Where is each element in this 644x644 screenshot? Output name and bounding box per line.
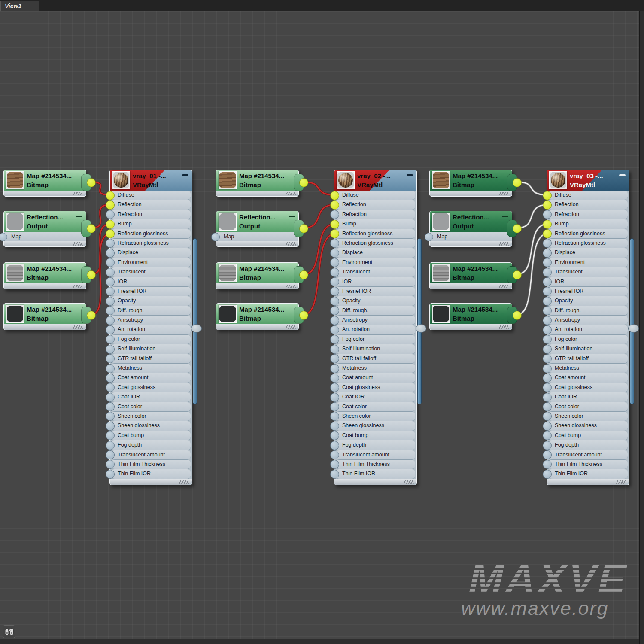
slot-row[interactable]: Environment bbox=[111, 258, 191, 267]
slot-row[interactable]: An. rotation bbox=[336, 325, 415, 334]
input-socket[interactable] bbox=[330, 258, 339, 267]
input-socket[interactable] bbox=[543, 470, 552, 479]
resize-grip[interactable] bbox=[73, 325, 83, 329]
input-socket[interactable] bbox=[106, 402, 115, 411]
input-socket[interactable] bbox=[106, 277, 115, 286]
input-socket[interactable] bbox=[330, 431, 339, 440]
find-button[interactable] bbox=[3, 625, 15, 638]
input-socket[interactable] bbox=[330, 210, 339, 219]
resize-grip[interactable] bbox=[286, 285, 296, 288]
slot-row[interactable]: Coat glossiness bbox=[111, 383, 191, 392]
input-socket[interactable] bbox=[543, 335, 552, 344]
slot-row[interactable]: Sheen glossiness bbox=[336, 421, 415, 431]
slot-row[interactable]: GTR tail falloff bbox=[336, 354, 415, 364]
slot-row[interactable]: Diff. rough. bbox=[336, 306, 415, 316]
slot-row[interactable]: Coat glossiness bbox=[548, 383, 628, 392]
input-socket[interactable] bbox=[543, 210, 552, 219]
input-socket[interactable] bbox=[330, 335, 339, 344]
input-socket[interactable] bbox=[106, 297, 115, 306]
tab-view1[interactable]: View1 bbox=[0, 1, 39, 11]
slot-row[interactable]: Refraction bbox=[111, 210, 191, 219]
slot-row[interactable]: Thin Film IOR bbox=[548, 469, 628, 479]
input-socket[interactable] bbox=[106, 325, 115, 334]
map-node[interactable]: Map #214534...Bitmap bbox=[429, 170, 512, 197]
input-socket[interactable] bbox=[543, 316, 552, 325]
input-socket[interactable] bbox=[543, 393, 552, 402]
slot-row[interactable]: Translucent bbox=[336, 267, 415, 277]
slot-row[interactable]: Refraction glossiness bbox=[336, 239, 415, 248]
output-socket[interactable] bbox=[513, 224, 522, 233]
input-socket[interactable] bbox=[106, 268, 115, 277]
input-socket[interactable] bbox=[543, 229, 552, 238]
map-node[interactable]: Reflection...OutputMap bbox=[3, 211, 86, 247]
input-socket[interactable] bbox=[330, 277, 339, 286]
slot-row[interactable]: Metalness bbox=[548, 364, 628, 373]
slot-row[interactable]: Displace bbox=[548, 248, 628, 258]
slot-row[interactable]: Self-illumination bbox=[548, 344, 628, 354]
slot-row[interactable]: Coat color bbox=[548, 402, 628, 412]
slot-row[interactable]: Opacity bbox=[548, 296, 628, 306]
slot-row[interactable]: Coat amount bbox=[111, 373, 191, 383]
resize-grip[interactable] bbox=[499, 242, 509, 246]
slot-row[interactable]: Thin Film IOR bbox=[336, 469, 415, 479]
material-output-socket[interactable] bbox=[628, 324, 639, 333]
slot-row[interactable]: Fog depth bbox=[111, 440, 191, 450]
resize-grip[interactable] bbox=[286, 242, 296, 246]
map-node[interactable]: Map #214534...Bitmap bbox=[3, 170, 86, 197]
resize-grip[interactable] bbox=[179, 480, 189, 484]
resize-grip[interactable] bbox=[73, 285, 83, 288]
input-socket[interactable] bbox=[330, 460, 339, 469]
slot-row[interactable]: An. rotation bbox=[548, 325, 628, 334]
slot-row[interactable]: Thin Film Thickness bbox=[336, 460, 415, 469]
output-socket[interactable] bbox=[87, 224, 96, 233]
input-socket[interactable] bbox=[106, 422, 115, 431]
input-socket[interactable] bbox=[106, 335, 115, 344]
slot-row[interactable]: Fog color bbox=[548, 335, 628, 344]
slot-row[interactable]: Coat amount bbox=[548, 373, 628, 383]
input-socket[interactable] bbox=[106, 354, 115, 363]
input-socket[interactable] bbox=[330, 268, 339, 277]
vraymtl-node[interactable]: vray_02 -...VRayMtlDiffuseReflectionRefr… bbox=[334, 170, 417, 485]
input-socket[interactable] bbox=[543, 200, 552, 210]
output-socket[interactable] bbox=[299, 224, 308, 233]
slot-row[interactable]: Fresnel IOR bbox=[336, 287, 415, 296]
map-node[interactable]: Reflection...OutputMap bbox=[429, 211, 512, 247]
slot-row[interactable]: IOR bbox=[548, 277, 628, 287]
input-socket[interactable] bbox=[543, 345, 552, 354]
input-socket[interactable] bbox=[330, 287, 339, 296]
input-socket[interactable] bbox=[106, 431, 115, 440]
slot-row[interactable]: Reflection glossiness bbox=[336, 229, 415, 239]
map-node[interactable]: Map #214534...Bitmap bbox=[3, 303, 86, 330]
resize-grip[interactable] bbox=[73, 242, 83, 246]
input-socket[interactable] bbox=[543, 431, 552, 440]
collapse-button[interactable] bbox=[407, 174, 413, 176]
input-socket[interactable] bbox=[106, 249, 115, 258]
slot-row[interactable]: Bump bbox=[111, 219, 191, 229]
slot-row[interactable]: Reflection bbox=[111, 200, 191, 210]
input-socket[interactable] bbox=[106, 200, 115, 210]
input-socket[interactable] bbox=[330, 364, 339, 373]
output-socket[interactable] bbox=[513, 270, 522, 279]
input-socket[interactable] bbox=[330, 220, 339, 229]
output-socket[interactable] bbox=[87, 311, 96, 320]
input-socket[interactable] bbox=[106, 239, 115, 248]
slot-row[interactable]: Metalness bbox=[111, 364, 191, 373]
input-socket[interactable] bbox=[330, 354, 339, 363]
slot-row[interactable]: An. rotation bbox=[111, 325, 191, 334]
input-socket[interactable] bbox=[330, 191, 339, 200]
slot-row[interactable]: Thin Film Thickness bbox=[111, 460, 191, 469]
resize-grip[interactable] bbox=[616, 480, 626, 484]
slot-row[interactable]: Reflection glossiness bbox=[111, 229, 191, 239]
slot-row[interactable]: Translucent amount bbox=[548, 450, 628, 460]
slot-row[interactable]: Metalness bbox=[336, 364, 415, 373]
collapse-button[interactable] bbox=[619, 174, 626, 176]
slot-row[interactable]: Sheen glossiness bbox=[548, 421, 628, 431]
vraymtl-node[interactable]: vray_01 -...VRayMtlDiffuseReflectionRefr… bbox=[109, 170, 192, 485]
output-socket[interactable] bbox=[87, 178, 96, 187]
input-socket[interactable] bbox=[543, 354, 552, 363]
slot-row[interactable]: Anisotropy bbox=[336, 316, 415, 325]
slot-row[interactable]: Displace bbox=[111, 248, 191, 258]
input-socket[interactable] bbox=[330, 297, 339, 306]
input-socket[interactable] bbox=[106, 220, 115, 229]
slot-row[interactable]: Translucent amount bbox=[336, 450, 415, 460]
